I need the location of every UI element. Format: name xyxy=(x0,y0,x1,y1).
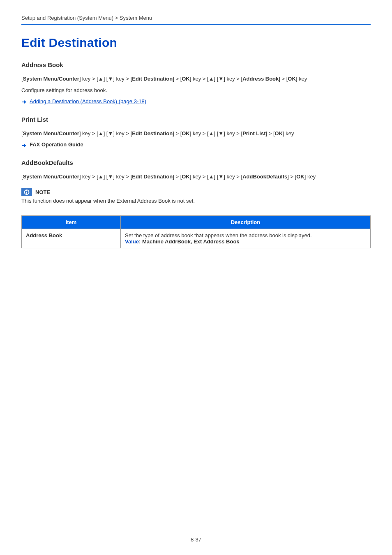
path-token: OK xyxy=(296,173,304,180)
section-heading-print-list: Print List xyxy=(21,116,371,123)
reference-link-row: FAX Operation Guide xyxy=(21,141,371,148)
path-sep: ] > [ xyxy=(265,130,274,136)
settings-table: Item Description Address Book Set the ty… xyxy=(21,215,371,248)
path-sep: ] key xyxy=(304,173,316,180)
page-title: Edit Destination xyxy=(21,36,371,50)
table-desc-text: Set the type of address book that appear… xyxy=(125,232,312,238)
path-sep: ] key > [ xyxy=(113,76,132,82)
table-cell-item: Address Book xyxy=(22,229,121,248)
path-token: Edit Destination xyxy=(132,130,173,136)
document-page: Setup and Registration (System Menu) > S… xyxy=(0,0,392,555)
table-row: Address Book Set the type of address boo… xyxy=(22,229,371,248)
up-arrow-icon: ▲ xyxy=(98,130,104,136)
path-token: OK xyxy=(288,76,296,82)
path-sep: ] > [ xyxy=(173,76,182,82)
note-label: NOTE xyxy=(35,189,50,195)
down-arrow-icon: ▼ xyxy=(108,76,113,82)
arrow-right-icon xyxy=(21,142,26,147)
svg-marker-1 xyxy=(22,144,26,147)
up-arrow-icon: ▲ xyxy=(98,173,104,180)
section-heading-defaults: AddBookDefaults xyxy=(21,159,371,166)
path-sep: ] > [ xyxy=(173,173,182,180)
path-sep: ] > [ xyxy=(287,173,296,180)
path-token: OK xyxy=(182,130,190,136)
arrow-right-icon xyxy=(21,99,26,104)
nav-path-defaults: [System Menu/Counter] key > [▲] [▼] key … xyxy=(21,173,371,181)
section-heading-address-book: Address Book xyxy=(21,61,371,68)
path-sep: ] key > [ xyxy=(224,76,242,82)
note-text: This function does not appear when the E… xyxy=(21,198,371,204)
path-sep: ] key xyxy=(296,76,307,82)
path-sep: ] key > [ xyxy=(113,173,132,180)
up-arrow-icon: ▲ xyxy=(209,173,214,180)
path-sep: ] > [ xyxy=(173,130,182,136)
reference-link-row: Adding a Destination (Address Book) (pag… xyxy=(21,98,371,104)
up-arrow-icon: ▲ xyxy=(98,76,104,82)
path-sep: ] key > [ xyxy=(190,173,209,180)
path-sep: ] > [ xyxy=(279,76,288,82)
note-header: NOTE xyxy=(21,188,371,196)
up-arrow-icon: ▲ xyxy=(209,76,214,82)
svg-rect-5 xyxy=(26,190,27,191)
value-label: Value xyxy=(125,238,139,245)
down-arrow-icon: ▼ xyxy=(218,76,224,82)
path-token: OK xyxy=(182,173,190,180)
path-sep: ] key > [ xyxy=(113,130,132,136)
path-token: System Menu/Counter xyxy=(23,173,79,180)
column-header-item: Item xyxy=(22,215,121,229)
path-sep: ] key > [ xyxy=(79,173,98,180)
path-token: System Menu/Counter xyxy=(23,76,79,82)
path-token: Address Book xyxy=(242,76,279,82)
value-text: : Machine AddrBook, Ext Address Book xyxy=(139,238,240,245)
down-arrow-icon: ▼ xyxy=(218,130,224,136)
up-arrow-icon: ▲ xyxy=(209,130,214,136)
path-token: System Menu/Counter xyxy=(23,130,79,136)
header-rule xyxy=(21,24,371,25)
column-header-description: Description xyxy=(121,215,371,229)
table-cell-description: Set the type of address book that appear… xyxy=(121,229,371,248)
path-token: OK xyxy=(275,130,283,136)
path-token: Edit Destination xyxy=(132,76,173,82)
breadcrumb: Setup and Registration (System Menu) > S… xyxy=(21,15,371,21)
path-sep: ] key > [ xyxy=(224,173,242,180)
page-number: 8-37 xyxy=(0,536,392,543)
path-sep: ] key xyxy=(283,130,294,136)
reference-text: FAX Operation Guide xyxy=(30,141,83,148)
path-token: OK xyxy=(182,76,190,82)
svg-rect-6 xyxy=(26,192,27,194)
section-desc-address-book: Configure settings for address book. xyxy=(21,87,371,93)
path-sep: ] key > [ xyxy=(224,130,242,136)
down-arrow-icon: ▼ xyxy=(108,173,113,180)
path-sep: ] key > [ xyxy=(79,76,98,82)
reference-link[interactable]: Adding a Destination (Address Book) (pag… xyxy=(30,98,146,104)
down-arrow-icon: ▼ xyxy=(218,173,224,180)
note-icon xyxy=(21,188,32,196)
path-sep: ] key > [ xyxy=(190,76,209,82)
path-sep: ] key > [ xyxy=(190,130,209,136)
path-token: Print List xyxy=(242,130,265,136)
nav-path-print-list: [System Menu/Counter] key > [▲] [▼] key … xyxy=(21,130,371,138)
down-arrow-icon: ▼ xyxy=(108,130,113,136)
table-header-row: Item Description xyxy=(22,215,371,229)
path-sep: ] key > [ xyxy=(79,130,98,136)
path-token: Edit Destination xyxy=(132,173,173,180)
svg-marker-0 xyxy=(22,100,26,104)
path-token: AddBookDefaults xyxy=(242,173,287,180)
nav-path-address-book: [System Menu/Counter] key > [▲] [▼] key … xyxy=(21,75,371,83)
